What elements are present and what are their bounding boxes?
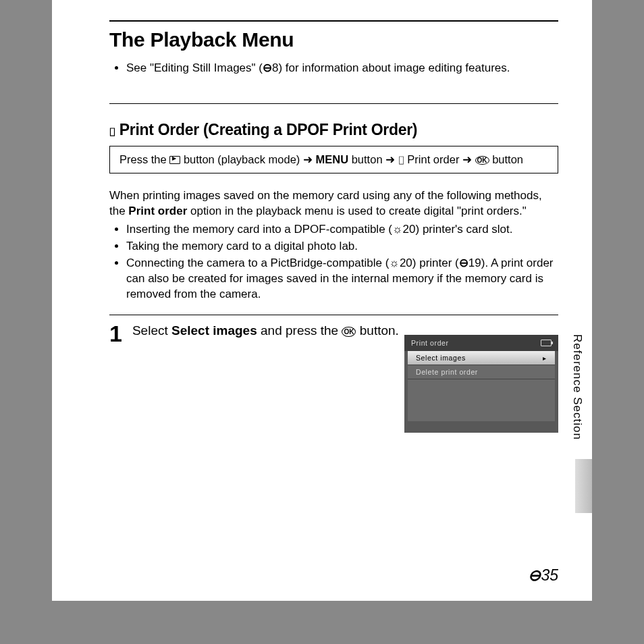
text: Select xyxy=(132,323,171,338)
playback-icon xyxy=(169,156,180,164)
arrow-icon: ➜ xyxy=(303,153,313,165)
screenshot-header: Print order xyxy=(404,335,558,351)
text: ) printer's card slot. xyxy=(416,223,513,236)
intro-bullet: See "Editing Still Images" (⊖8) for info… xyxy=(126,61,558,76)
print-order-icon: ⌷ xyxy=(398,154,404,165)
text: button xyxy=(492,153,523,165)
list-item: Connecting the camera to a PictBridge-co… xyxy=(126,256,558,302)
text: Print order xyxy=(407,153,462,165)
page-number: ⊖35 xyxy=(528,566,558,585)
side-tab xyxy=(575,459,592,513)
text: Inserting the memory card into a DPOF-co… xyxy=(126,223,392,236)
text: button. xyxy=(356,323,398,338)
select-images-bold: Select images xyxy=(171,323,257,338)
text: button (playback mode) xyxy=(184,153,303,165)
step-number: 1 xyxy=(109,322,122,345)
text: option in the playback menu is used to c… xyxy=(187,205,527,217)
text: Connecting the camera to a PictBridge-co… xyxy=(126,257,389,269)
arrow-icon: ➜ xyxy=(385,153,395,165)
navigation-path-box: Press the button (playback mode) ➜ MENU … xyxy=(109,146,558,173)
reference-icon: ⊖ xyxy=(263,61,272,76)
spec-icon: ☼ xyxy=(389,256,400,271)
ref-num: 19 xyxy=(468,257,481,269)
text: ) printer ( xyxy=(412,257,459,269)
text: and press the xyxy=(257,323,342,338)
reference-icon: ⊖ xyxy=(528,566,541,585)
ok-button-icon: OK xyxy=(342,327,356,338)
heading-text: Print Order (Creating a DPOF Print Order… xyxy=(119,121,417,138)
print-order-icon: ⌷ xyxy=(109,126,115,137)
arrow-icon: ➜ xyxy=(462,153,472,165)
camera-screenshot: Print order Select images ▸ Delete print… xyxy=(404,335,558,433)
ref-num: 20 xyxy=(400,257,412,269)
side-section-label: Reference Section xyxy=(570,334,584,440)
battery-icon xyxy=(541,340,552,346)
spec-icon: ☼ xyxy=(392,222,403,238)
ok-button-icon: OK xyxy=(475,156,489,165)
list-item: Taking the memory card to a digital phot… xyxy=(126,239,558,254)
page-title: The Playback Menu xyxy=(109,28,558,51)
item-label: Select images xyxy=(416,354,466,362)
list-item: Inserting the memory card into a DPOF-co… xyxy=(126,222,558,238)
body-paragraph: When printing images saved on the memory… xyxy=(109,188,558,219)
text: ) for information about image editing fe… xyxy=(278,61,510,74)
item-label: Delete print order xyxy=(416,368,478,376)
text: button xyxy=(352,153,385,165)
screenshot-title: Print order xyxy=(411,339,449,347)
menu-label: MENU xyxy=(316,153,349,165)
ref-num: 20 xyxy=(403,223,416,236)
chevron-right-icon: ▸ xyxy=(543,354,547,362)
section-heading: ⌷ Print Order (Creating a DPOF Print Ord… xyxy=(109,121,558,139)
page-num-value: 35 xyxy=(541,566,558,584)
text: Press the xyxy=(119,153,169,165)
text: See "Editing Still Images" ( xyxy=(126,61,263,74)
print-order-bold: Print order xyxy=(128,205,187,217)
reference-icon: ⊖ xyxy=(459,256,468,271)
screenshot-item-delete-print-order: Delete print order xyxy=(408,365,555,379)
screenshot-item-select-images: Select images ▸ xyxy=(408,351,555,365)
